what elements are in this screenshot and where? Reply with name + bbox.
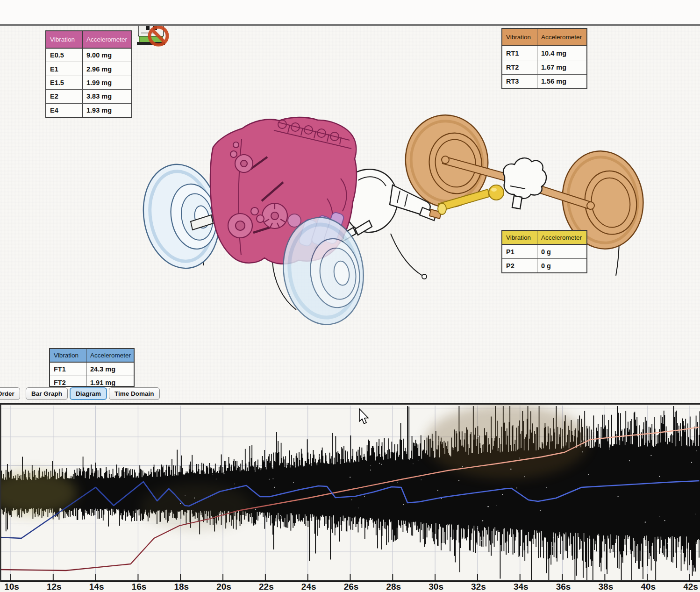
- sensor-id-cell: FT2: [50, 376, 86, 387]
- sensor-id-cell: RT1: [502, 46, 537, 60]
- sensor-row-E0.5: E0.59.00 mg: [46, 49, 131, 62]
- photo-speck: [351, 499, 352, 500]
- photo-speck: [216, 478, 217, 479]
- sensor-id-cell: E0.5: [46, 49, 83, 62]
- column-header-vibration: Vibration: [50, 349, 86, 362]
- column-header-vibration: Vibration: [46, 31, 83, 48]
- photo-speck: [458, 480, 459, 481]
- x-axis-tick-label: 36s: [556, 582, 571, 592]
- x-axis-tick-label: 14s: [89, 582, 104, 592]
- photo-speck: [255, 509, 256, 510]
- sensor-row-E1: E12.96 mg: [46, 62, 131, 76]
- vibration-table-rear-vibration: VibrationAccelerometerRT110.4 mgRT21.67 …: [501, 28, 587, 89]
- photo-speck: [194, 498, 195, 499]
- photo-speck: [223, 473, 224, 474]
- photo-speck: [510, 469, 512, 470]
- photo-speck: [659, 516, 660, 516]
- photo-speck: [418, 460, 418, 461]
- photo-speck: [546, 487, 547, 488]
- column-header-vibration: Vibration: [502, 231, 537, 244]
- photo-speck: [269, 479, 270, 480]
- sensor-value-cell: 10.4 mg: [537, 50, 586, 57]
- photo-speck: [617, 496, 618, 497]
- photo-speck: [370, 465, 371, 465]
- sensor-value-cell: 9.00 mg: [83, 51, 131, 59]
- differential-illustration: [503, 158, 546, 209]
- photo-speck: [274, 487, 275, 488]
- top-strip: [0, 0, 700, 24]
- photo-speck: [481, 540, 482, 541]
- photo-speck: [352, 459, 352, 459]
- sensor-value-cell: 3.83 mg: [83, 93, 131, 100]
- tab-time-domain[interactable]: Time Domain: [109, 387, 160, 400]
- sensor-id-cell: RT2: [502, 60, 537, 74]
- photo-speck: [696, 450, 697, 451]
- photo-speck: [650, 556, 651, 557]
- x-axis-tick-label: 16s: [132, 582, 147, 592]
- photo-speck: [497, 505, 497, 506]
- photo-speck: [438, 440, 438, 441]
- sensor-value-cell: 1.99 mg: [83, 79, 131, 86]
- sensor-row-E2: E23.83 mg: [46, 90, 131, 103]
- photo-speck: [255, 471, 256, 471]
- column-header-accelerometer: Accelerometer: [86, 349, 134, 362]
- sensor-row-E1.5: E1.51.99 mg: [46, 76, 131, 90]
- view-tabs: OrderBar GraphDiagramTime Domain: [0, 387, 700, 402]
- sensor-row-P2: P20 g: [502, 259, 586, 272]
- photo-speck: [300, 502, 300, 502]
- photo-speck: [273, 478, 274, 479]
- photo-speck: [609, 449, 610, 449]
- sensor-id-cell: P2: [502, 259, 537, 272]
- tab-order[interactable]: Order: [0, 387, 20, 400]
- sensor-id-cell: RT3: [502, 75, 537, 88]
- photo-speck: [540, 510, 541, 511]
- column-header-accelerometer: Accelerometer: [83, 31, 131, 48]
- x-axis-tick-label: 38s: [599, 582, 614, 592]
- x-axis-tick-label: 26s: [344, 582, 359, 592]
- photo-speck: [193, 510, 193, 510]
- x-axis-tick-label: 30s: [429, 582, 443, 592]
- photo-speck: [286, 466, 287, 467]
- sensor-row-P1: P10 g: [502, 245, 586, 259]
- x-axis-tick-label: 28s: [386, 582, 401, 592]
- photo-speck: [477, 528, 478, 529]
- photo-speck: [400, 529, 401, 530]
- x-axis-tick-label: 42s: [683, 582, 698, 592]
- x-axis-tick-label: 12s: [47, 582, 62, 592]
- photo-speck: [691, 462, 692, 463]
- sensor-row-FT2: FT21.91 mg: [50, 376, 134, 387]
- tab-diagram[interactable]: Diagram: [70, 387, 107, 400]
- photo-speck: [343, 521, 344, 522]
- photo-speck: [582, 451, 583, 452]
- photo-speck: [553, 537, 554, 538]
- photo-speck: [280, 515, 281, 516]
- photo-tint: [140, 484, 252, 530]
- photo-speck: [502, 494, 503, 495]
- photo-speck: [650, 455, 651, 456]
- photo-speck: [350, 477, 350, 478]
- column-header-vibration: Vibration: [502, 29, 537, 45]
- sensor-id-cell: FT1: [50, 363, 86, 376]
- tab-bar-graph[interactable]: Bar Graph: [26, 387, 68, 400]
- sensor-value-cell: 1.56 mg: [537, 78, 586, 85]
- sensor-id-cell: E4: [46, 104, 83, 117]
- photo-speck: [667, 543, 668, 544]
- x-axis-tick-label: 20s: [216, 582, 231, 592]
- photo-speck: [648, 549, 649, 550]
- photo-speck: [403, 504, 404, 505]
- photo-speck: [533, 548, 533, 548]
- photo-speck: [482, 520, 483, 521]
- photo-speck: [437, 490, 438, 491]
- sensor-value-cell: 24.3 mg: [86, 365, 134, 373]
- sensor-value-cell: 2.96 mg: [83, 65, 131, 73]
- photo-speck: [592, 431, 593, 432]
- photo-speck: [213, 474, 213, 474]
- photo-speck: [185, 495, 185, 496]
- photo-speck: [524, 476, 525, 477]
- photo-speck: [478, 436, 479, 437]
- sensor-value-cell: 1.93 mg: [83, 107, 131, 114]
- time-domain-chart[interactable]: 10s12s14s16s18s20s22s24s26s28s30s32s34s3…: [0, 405, 700, 592]
- photo-speck: [462, 466, 463, 467]
- photo-speck: [588, 474, 589, 475]
- x-axis-tick-label: 34s: [514, 582, 529, 592]
